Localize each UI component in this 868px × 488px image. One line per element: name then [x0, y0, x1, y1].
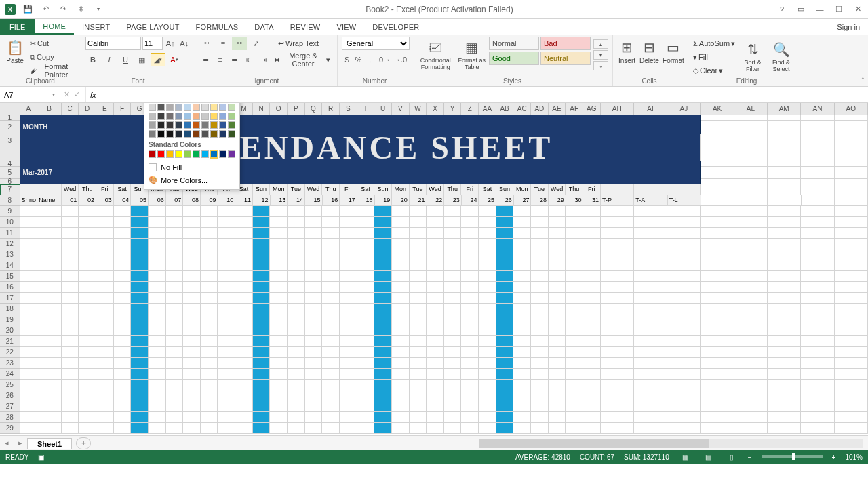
cell[interactable] [734, 293, 768, 304]
cell[interactable] [20, 260, 38, 271]
color-swatch[interactable] [166, 150, 174, 158]
cell[interactable] [583, 325, 601, 336]
cell[interactable] [218, 336, 235, 347]
color-swatch[interactable] [166, 130, 174, 138]
row-header[interactable]: 15 [0, 271, 20, 282]
cell[interactable] [634, 228, 667, 239]
color-swatch[interactable] [149, 130, 156, 138]
color-swatch[interactable] [166, 121, 174, 129]
cell[interactable] [322, 228, 340, 239]
cell[interactable] [114, 358, 132, 369]
cell[interactable] [513, 293, 531, 304]
cell[interactable] [322, 260, 340, 271]
cell[interactable] [701, 271, 734, 282]
cell[interactable] [288, 282, 305, 293]
cell[interactable] [305, 412, 323, 423]
cell[interactable] [305, 369, 323, 380]
sheet-tab-active[interactable]: Sheet1 [27, 438, 72, 449]
cell[interactable] [62, 228, 79, 239]
cell[interactable] [62, 282, 79, 293]
cell[interactable] [374, 314, 392, 325]
cell[interactable] [496, 228, 514, 239]
cell[interactable] [235, 390, 253, 401]
undo-icon[interactable]: ↶ [38, 2, 53, 17]
cell[interactable] [701, 293, 734, 304]
cell[interactable] [667, 423, 701, 434]
cell[interactable] [235, 304, 253, 314]
cell[interactable] [253, 217, 271, 228]
normal-view-icon[interactable]: ▦ [679, 453, 692, 461]
cell[interactable] [357, 325, 375, 336]
cell[interactable] [531, 390, 549, 401]
font-size-select[interactable] [142, 37, 163, 50]
color-swatch[interactable] [193, 104, 200, 111]
color-swatch[interactable] [210, 150, 218, 158]
color-swatch[interactable] [184, 150, 191, 158]
cell[interactable] [374, 249, 392, 260]
cell[interactable] [427, 380, 444, 390]
column-header[interactable]: AC [513, 103, 531, 115]
cell[interactable] [340, 347, 357, 358]
cell[interactable] [768, 347, 801, 358]
cell[interactable] [667, 304, 701, 314]
cell[interactable] [496, 369, 514, 380]
cell[interactable] [479, 380, 496, 390]
cell[interactable] [96, 293, 114, 304]
cell[interactable] [461, 249, 479, 260]
color-swatch[interactable] [175, 113, 182, 120]
column-header[interactable]: N [253, 103, 271, 115]
cell[interactable] [131, 336, 149, 347]
cell[interactable] [479, 412, 496, 423]
cell[interactable] [37, 336, 62, 347]
cell[interactable] [20, 249, 38, 260]
cell[interactable] [496, 401, 514, 412]
font-name-select[interactable] [85, 37, 141, 50]
cell[interactable] [340, 217, 357, 228]
cell[interactable] [131, 293, 149, 304]
cell[interactable] [79, 314, 96, 325]
cell[interactable] [322, 239, 340, 249]
cell[interactable] [479, 217, 496, 228]
cell[interactable] [701, 314, 734, 325]
cell[interactable] [549, 249, 566, 260]
cell[interactable] [62, 423, 79, 434]
cell[interactable] [218, 423, 235, 434]
cell[interactable] [114, 271, 132, 282]
cell[interactable] [734, 217, 768, 228]
cell[interactable] [340, 358, 357, 369]
cell[interactable] [305, 380, 323, 390]
cell[interactable] [37, 369, 62, 380]
cell[interactable] [768, 282, 801, 293]
cell[interactable] [114, 228, 132, 239]
cell[interactable] [288, 206, 305, 217]
cell[interactable] [566, 380, 583, 390]
cell[interactable] [549, 325, 566, 336]
cell[interactable] [96, 358, 114, 369]
touch-mode-icon[interactable]: ⇳ [73, 2, 88, 17]
cell[interactable] [801, 249, 834, 260]
cell[interactable] [461, 228, 479, 239]
cell[interactable] [392, 412, 410, 423]
cell[interactable] [566, 249, 583, 260]
column-header[interactable]: R [322, 103, 340, 115]
number-format-select[interactable]: General [342, 37, 410, 50]
cell[interactable] [427, 206, 444, 217]
cell[interactable] [201, 217, 218, 228]
cell[interactable] [322, 380, 340, 390]
cell[interactable] [305, 358, 323, 369]
cell[interactable] [427, 239, 444, 249]
cell[interactable] [322, 206, 340, 217]
color-swatch[interactable] [175, 104, 182, 111]
cell[interactable] [513, 239, 531, 249]
cell[interactable] [288, 228, 305, 239]
row-header[interactable]: 9 [0, 206, 20, 217]
cell[interactable] [601, 336, 634, 347]
cell[interactable] [253, 206, 271, 217]
cell[interactable] [601, 282, 634, 293]
cell[interactable] [149, 412, 166, 423]
column-header[interactable]: Z [461, 103, 479, 115]
cell[interactable] [288, 271, 305, 282]
cell[interactable] [201, 282, 218, 293]
cell[interactable] [734, 249, 768, 260]
cell[interactable] [531, 347, 549, 358]
